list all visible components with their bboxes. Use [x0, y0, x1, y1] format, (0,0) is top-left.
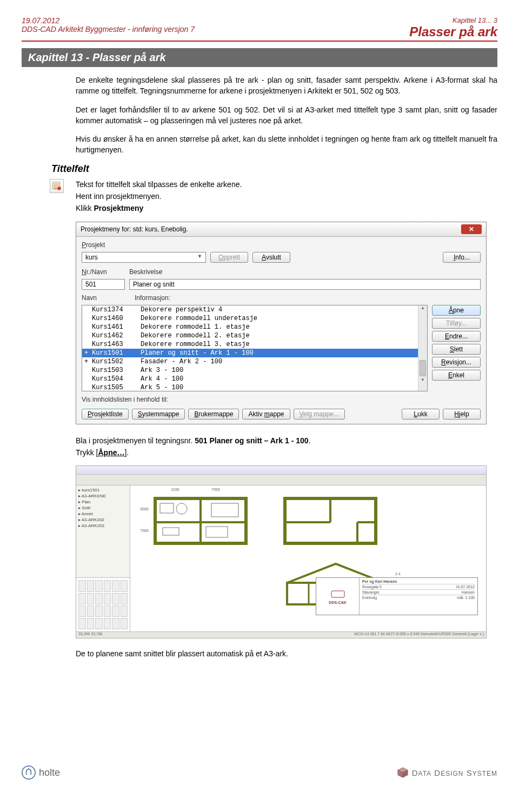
- dim-w2: 7950: [211, 488, 220, 491]
- cad-canvas: 1630 7950 3600 7500: [130, 485, 486, 631]
- tree-item: ▸ Annet: [78, 511, 128, 516]
- list-item[interactable]: Kurs1461Dekorere rommodell 1. etasje: [82, 323, 427, 331]
- svg-rect-11: [163, 528, 179, 535]
- list-item[interactable]: Kurs1463Dekorere rommodell 3. etasje: [82, 340, 427, 349]
- tittelfelt-p2: Hent inn prosjektmenyen.: [76, 191, 497, 202]
- footer-dds-text: DATA DESIGN SYSTEM: [412, 768, 497, 777]
- list-item[interactable]: Kurs1504Ark 4 - 100: [82, 375, 427, 383]
- lukk-button[interactable]: Lukk: [402, 409, 440, 420]
- svg-rect-8: [160, 503, 174, 513]
- prosjektmeny-dialog: Prosjektmeny for: std: kurs, Enebolig. ✕…: [76, 222, 487, 424]
- label-prosjekt: Prosjekt: [82, 241, 114, 249]
- list-item[interactable]: Kurs1462Dekorere rommodell 2. etasje: [82, 331, 427, 340]
- header-rule: [22, 41, 497, 42]
- dim-h2: 7500: [140, 529, 149, 533]
- svg-rect-12: [206, 527, 228, 537]
- page-footer: holte DATA DESIGN SYSTEM: [0, 766, 519, 780]
- prosjektliste-button[interactable]: Prosjektliste: [82, 409, 129, 420]
- footer-holte-text: holte: [39, 767, 60, 778]
- revisjon-button[interactable]: Revisjon...: [432, 357, 481, 368]
- nr-field[interactable]: 501: [82, 279, 125, 290]
- svg-rect-1: [54, 183, 59, 184]
- list-item[interactable]: Kurs1374Dekorere perspektiv 4: [82, 305, 427, 314]
- tree-item: ▸ A3-ARK203: [78, 523, 128, 528]
- tittelfelt-p3: Klikk Prosjektmeny: [76, 203, 497, 214]
- svg-rect-24: [331, 591, 344, 597]
- opprett-button[interactable]: Opprett: [210, 252, 248, 263]
- holte-logo-icon: [22, 766, 36, 780]
- prosjektmeny-icon: [50, 179, 64, 193]
- list-item[interactable]: +Kurs1502Fasader - Ark 2 - 100: [82, 357, 427, 366]
- cad-toolbar: [76, 475, 486, 485]
- section-heading: Kapittel 13 - Plasser på ark: [22, 48, 497, 67]
- svg-point-25: [22, 766, 35, 779]
- cad-titlebar: [76, 466, 486, 475]
- dim-section-h1: 2.4: [395, 572, 401, 576]
- closing-para: De to planene samt snittet blir plassert…: [76, 648, 497, 659]
- floor-plan-2: [282, 495, 379, 547]
- label-navn: Navn: [82, 294, 130, 302]
- dialog-title: Prosjektmeny for: std: kurs, Enebolig.: [81, 225, 188, 233]
- tree-item: ▸ A3-ARK202: [78, 517, 128, 522]
- svg-rect-10: [211, 503, 238, 517]
- intro-para-1: De enkelte tegningsdelene skal plasseres…: [76, 75, 497, 97]
- intro-para-3: Hvis du ønsker å ha en annen størrelse p…: [76, 134, 497, 156]
- avslutt-button[interactable]: Avslutt: [252, 252, 290, 263]
- velgmappe-button[interactable]: Velg mappe...: [294, 409, 345, 420]
- label-beskrivelse: Beskrivelse: [129, 268, 162, 276]
- scrollbar[interactable]: ▲ ▼: [418, 305, 427, 391]
- slett-button[interactable]: Slett: [432, 344, 481, 355]
- beskrivelse-field[interactable]: Planer og snitt: [129, 279, 481, 290]
- chevron-down-icon: ▼: [197, 254, 202, 261]
- sub-heading-tittelfelt: Tittelfelt: [51, 163, 497, 175]
- tree-item: ▸ Snitt: [78, 505, 128, 510]
- list-item[interactable]: Kurs1460Dekorere rommodell underetasje: [82, 314, 427, 323]
- after-dialog-p1: Bla i prosjektmenyen til tegningsnr. 501…: [76, 435, 497, 446]
- intro-para-2: Det er laget forhåndsfiler til to av ark…: [76, 104, 497, 127]
- prosjekt-dropdown[interactable]: kurs▼: [82, 252, 206, 263]
- list-item[interactable]: +Kurs1501Planer og snitt - Ark 1 - 100: [82, 349, 427, 357]
- endre-button[interactable]: Endre...: [432, 331, 481, 342]
- label-vis: Vis innholdslisten i henhold til:: [82, 396, 481, 403]
- dim-h1: 3600: [140, 507, 149, 511]
- page-title: Plasser på ark: [409, 24, 497, 39]
- cad-statusbar: 33,296 33,786 MCS=14.981 7.84 MOT=0.000 …: [76, 631, 486, 638]
- apne-button[interactable]: Åpne: [432, 305, 481, 316]
- svg-rect-3: [54, 187, 57, 188]
- cad-palette: [76, 577, 130, 631]
- label-informasjon: Informasjon:: [135, 294, 170, 302]
- svg-point-4: [57, 187, 61, 190]
- dds-logo-icon: [397, 767, 409, 778]
- svg-point-9: [176, 503, 187, 514]
- cad-screenshot: ▸ kurs1501▸ A3-ARKENE▸ Plan▸ Snitt▸ Anne…: [76, 465, 487, 638]
- label-nr-navn: Nr./Navn: [82, 268, 125, 276]
- header-date: 19.07.2012: [22, 16, 195, 25]
- info-button[interactable]: Info...: [443, 252, 481, 263]
- header-product: DDS-CAD Arkitekt Byggmester - innføring …: [22, 25, 195, 34]
- systemmappe-button[interactable]: Systemmappe: [132, 409, 185, 420]
- brukermappe-button[interactable]: Brukermappe: [188, 409, 239, 420]
- tree-item: ▸ A3-ARKENE: [78, 494, 128, 498]
- close-icon[interactable]: ✕: [461, 224, 482, 234]
- tree-item: ▸ kurs1501: [78, 488, 128, 492]
- floor-plan-1: [152, 495, 249, 547]
- tree-item: ▸ Plan: [78, 500, 128, 504]
- list-item[interactable]: Kurs1505Ark 5 - 100: [82, 383, 427, 391]
- aktivmappe-button[interactable]: Aktiv mappe: [242, 409, 290, 420]
- enkel-button[interactable]: Enkel: [432, 370, 481, 381]
- header-chapter-ref: Kapittel 13... 3: [409, 16, 497, 24]
- list-item[interactable]: Kurs1503Ark 3 - 100: [82, 366, 427, 375]
- dim-w1: 1630: [171, 488, 179, 491]
- drawing-titleblock: DDS-CAD Per og Kari Hansen Rosegata 519.…: [316, 577, 478, 615]
- tittelfelt-p1: Tekst for tittelfelt skal tilpasses de e…: [76, 179, 497, 190]
- file-listbox[interactable]: Kurs1374Dekorere perspektiv 4Kurs1460Dek…: [82, 305, 428, 391]
- after-dialog-p2: Trykk [Åpne…].: [76, 447, 497, 458]
- svg-rect-2: [54, 185, 59, 187]
- tilfoy-button[interactable]: Tilføy...: [432, 318, 481, 329]
- hjelp-button[interactable]: Hjelp: [443, 409, 481, 420]
